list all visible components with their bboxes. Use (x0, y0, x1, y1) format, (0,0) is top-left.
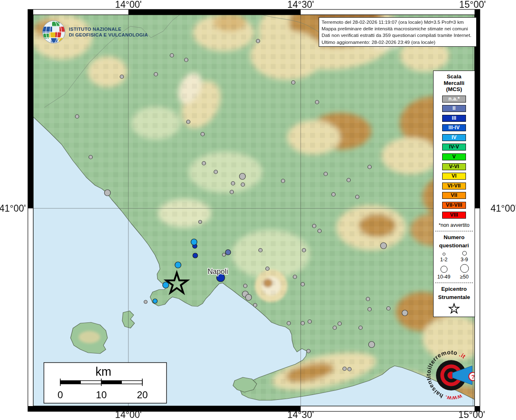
intensity-dot-II (226, 250, 231, 255)
intensity-dot-na (144, 300, 147, 304)
intensity-dot-na (324, 172, 328, 176)
axis-bottom-15-00: 15°00' (459, 409, 485, 420)
mcs-class-III-IV: III-IV (442, 124, 466, 131)
event-info-line-1: Terremoto del 28-02-2026 11:19:07 (ora l… (322, 19, 474, 25)
epicenter-star-icon (448, 303, 460, 315)
mcs-class-III: III (442, 115, 466, 122)
mcs-scale-list: n.a.*IIIIIIII-IVIVIV-VVV-VIVIVI-VIIVIIVI… (434, 96, 475, 219)
size-circle-1-2-icon (443, 253, 445, 256)
size-circle-10-49-icon (441, 266, 448, 273)
mcs-class-VIII: VIII (442, 212, 466, 219)
intensity-dot-na (302, 249, 306, 252)
intensity-dot-na (301, 283, 305, 286)
intensity-dot-na (201, 132, 205, 136)
size-circle-50plus-icon (460, 264, 469, 273)
intensity-dot-na (287, 322, 291, 325)
intensity-dot-na (259, 249, 263, 252)
intensity-dot-na (281, 179, 285, 183)
size-bin-50plus: ≥50 (454, 264, 475, 280)
questionnaire-title: Numero questionari (434, 233, 475, 250)
legend-title: Scala Mercalli (MCS) (434, 73, 475, 93)
ingv-name-line1: ISTITUTO NAZIONALE (69, 27, 121, 32)
axis-top-15-00: 15°00' (459, 0, 486, 10)
scalebar-tick-20: 20 (137, 389, 148, 400)
epicenter-legend-title: Epicentro Strumentale (434, 285, 475, 302)
mcs-class-IV: IV (442, 134, 466, 141)
questionnaire-title-line1: Numero (434, 233, 475, 242)
legend-title-line1: Scala (434, 73, 475, 80)
mcs-class-label: III-IV (448, 125, 460, 130)
scalebar-tick-0: 0 (57, 389, 63, 400)
intensity-dot-na (293, 275, 297, 279)
mcs-class-label: V (452, 154, 456, 160)
axis-left-41-00: 41°00' (0, 203, 26, 214)
mcs-class-IV-V: IV-V (442, 144, 466, 151)
intensity-dot-na (332, 193, 336, 196)
mcs-class-label: VI-VII (448, 183, 461, 189)
intensity-dot-na (244, 284, 247, 288)
axis-bottom-14-00: 14°00' (115, 409, 142, 420)
intensity-dot-na (369, 342, 375, 348)
intensity-dot-na (318, 229, 322, 233)
intensity-dot-na (359, 326, 363, 330)
intensity-dot-na (366, 297, 370, 301)
intensity-dot-na (231, 182, 235, 185)
intensity-dot-na (185, 58, 188, 62)
intensity-dot-na (105, 190, 111, 196)
intensity-dot-na (170, 54, 174, 57)
event-info-line-2: Mappa preliminare delle intensità macros… (322, 25, 474, 32)
mcs-class-label: V-VI (449, 164, 459, 169)
epicenter-title-line1: Epicentro (434, 285, 475, 294)
city-label-napoli: Napoli (208, 267, 228, 276)
mcs-class-label: IV (452, 135, 457, 140)
ingv-name-line2: DI GEOFISICA E VULCANOLOGIA (69, 32, 148, 37)
intensity-dot-IV (153, 299, 158, 304)
axis-top-14-30: 14°30' (288, 0, 314, 10)
size-label-1-2: 1-2 (440, 257, 448, 262)
mcs-class-label: VIII (450, 212, 458, 218)
intensity-dot-na (75, 115, 79, 119)
event-info-line-4: Ultimo aggiornamento: 28-02-2026 23:49 (… (322, 39, 474, 46)
size-circle-3-9-icon (462, 251, 467, 256)
mcs-class-V-VI: V-VI (442, 163, 466, 170)
intensity-dot-na (402, 310, 408, 316)
intensity-dot-IV (191, 239, 197, 245)
intensity-dot-na (347, 178, 351, 182)
intensity-dot-na (368, 165, 372, 169)
intensity-dot-na (240, 173, 246, 180)
intensity-dot-na (154, 73, 158, 76)
mcs-class-label: VII-VIII (446, 203, 462, 208)
size-label-3-9: 3-9 (461, 257, 468, 262)
scalebar-tick-10: 10 (96, 389, 107, 400)
intensity-dot-na (214, 170, 218, 174)
mcs-class-na: n.a.* (442, 96, 466, 103)
map-area: Napoli ? www. haisentitoilterremoto .it … (31, 0, 488, 414)
intensity-dot-na (301, 322, 305, 325)
mcs-class-VII: VII (442, 192, 466, 199)
intensity-dot-na (256, 39, 260, 43)
intensity-dot-IV (163, 282, 169, 288)
intensity-dot-na (356, 195, 359, 199)
legend-panel: Scala Mercalli (MCS) n.a.*IIIIIIII-IVIVI… (433, 71, 475, 317)
mcs-class-label: IV-V (449, 144, 459, 150)
questionnaire-size-row2: 10-49 ≥50 (434, 264, 475, 280)
mcs-class-label: VI (452, 173, 457, 179)
mcs-class-II: II (442, 105, 466, 112)
intensity-dot-na (246, 294, 252, 301)
mcs-class-label: n.a.* (448, 96, 459, 102)
intensity-dot-na (338, 322, 342, 326)
legend-title-line2: Mercalli (434, 80, 475, 87)
legend-title-line3: (MCS) (434, 86, 475, 93)
question-mark: ? (471, 373, 475, 380)
size-label-50plus: ≥50 (460, 274, 469, 280)
intensity-dot-na (253, 304, 257, 307)
intensity-dot-na (381, 243, 387, 249)
ischia-relief (79, 331, 100, 343)
intensity-dot-na (343, 367, 347, 371)
size-label-10-49: 10-49 (437, 274, 450, 280)
event-info-box: Terremoto del 28-02-2026 11:19:07 (ora l… (319, 17, 477, 47)
intensity-dot-na (315, 100, 319, 104)
questionnaire-size-row1: 1-2 3-9 (434, 251, 475, 262)
size-bin-3-9: 3-9 (454, 251, 475, 262)
mcs-class-VI-VII: VI-VII (442, 183, 466, 189)
